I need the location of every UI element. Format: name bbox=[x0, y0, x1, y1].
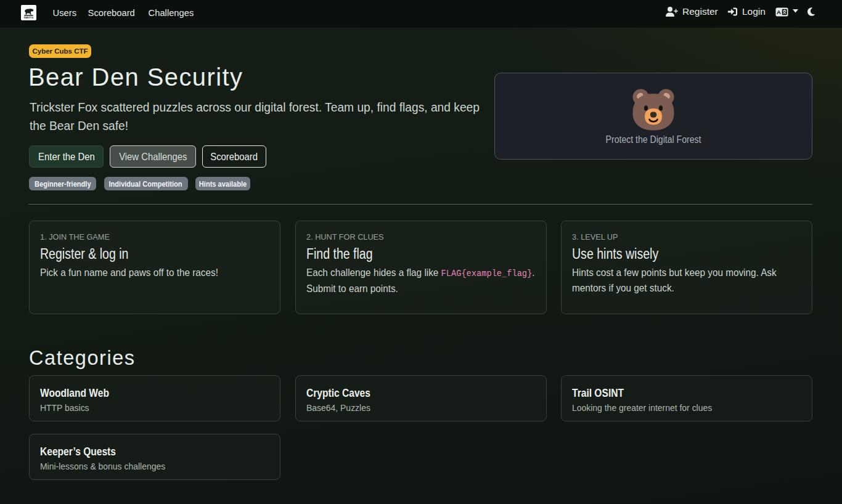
svg-text:PARITYS: PARITYS bbox=[24, 17, 34, 19]
svg-text:A: A bbox=[777, 9, 781, 15]
